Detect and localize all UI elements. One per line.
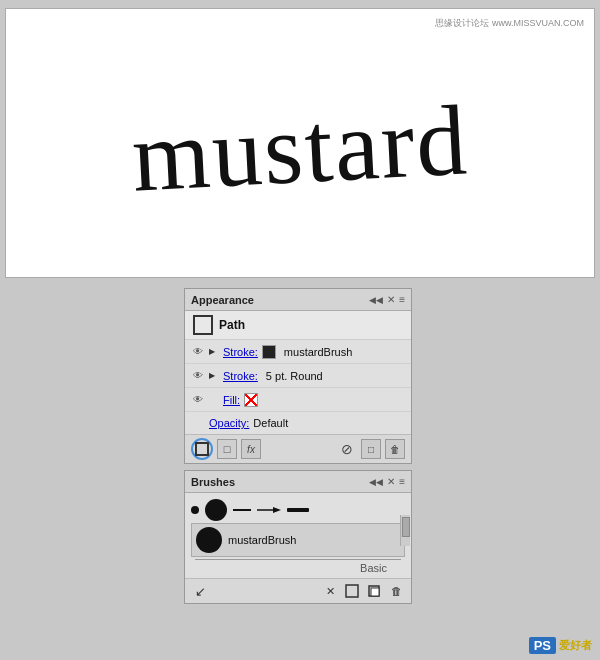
watermark-text: 思缘设计论坛 www.MISSVUAN.COM (435, 17, 584, 30)
brush-preset-rect[interactable] (287, 508, 309, 512)
expand-arrow-1[interactable]: ▶ (209, 347, 219, 357)
mustard-artwork: mustard (129, 82, 471, 214)
fill-swatch (244, 393, 258, 407)
brushes-copy-icon[interactable] (365, 582, 383, 600)
opacity-label[interactable]: Opacity: (209, 417, 249, 429)
panels-container: Appearance ◀◀ ✕ ≡ Path 👁 ▶ Stroke: musta… (0, 288, 600, 604)
appearance-fill-row: 👁 ▶ Fill: (185, 388, 411, 412)
mustard-brush-item[interactable]: mustardBrush (191, 523, 405, 557)
brush-preset-arrow-svg[interactable] (257, 504, 281, 516)
brushes-body: mustardBrush Basic (185, 493, 411, 578)
panel-close-button[interactable]: ✕ (387, 294, 395, 305)
brushes-scrollbar[interactable] (400, 515, 410, 546)
path-icon (193, 315, 213, 335)
duplicate-btn[interactable]: □ (217, 439, 237, 459)
brush-preset-dot-large[interactable] (205, 499, 227, 521)
panel-collapse-arrows[interactable]: ◀◀ (369, 295, 383, 305)
appearance-footer: □ fx ⊘ □ 🗑 (185, 434, 411, 463)
delete-btn[interactable]: 🗑 (385, 439, 405, 459)
appearance-path-row: Path (185, 311, 411, 340)
brushes-divider (195, 559, 401, 560)
panel-header-controls: ◀◀ ✕ ≡ (369, 294, 405, 305)
panel-menu-button[interactable]: ≡ (399, 294, 405, 305)
fx-btn[interactable]: fx (241, 439, 261, 459)
appearance-stroke1-row: 👁 ▶ Stroke: mustardBrush (185, 340, 411, 364)
basic-row: Basic (191, 562, 405, 574)
mustard-brush-preview (196, 527, 222, 553)
brushes-panel: Brushes ◀◀ ✕ ≡ (184, 470, 412, 604)
expand-arrow-2[interactable]: ▶ (209, 371, 219, 381)
mustard-brush-label: mustardBrush (228, 534, 296, 546)
brushes-panel-controls: ◀◀ ✕ ≡ (369, 476, 405, 487)
brushes-title: Brushes (191, 476, 235, 488)
circle-no-btn[interactable]: ⊘ (337, 439, 357, 459)
brush-preset-dot-small[interactable] (191, 506, 199, 514)
stroke1-swatch (262, 345, 276, 359)
brushes-footer: ↙ ✕ 🗑 (185, 578, 411, 603)
appearance-stroke2-row: 👁 ▶ Stroke: 5 pt. Round (185, 364, 411, 388)
opacity-value: Default (253, 417, 288, 429)
ps-logo: PS (529, 637, 556, 654)
square-icon (195, 442, 209, 456)
fill-label[interactable]: Fill: (223, 394, 240, 406)
brushes-new-icon[interactable] (343, 582, 361, 600)
brushes-collapse-arrows[interactable]: ◀◀ (369, 477, 383, 487)
brushes-delete-icon[interactable]: 🗑 (387, 582, 405, 600)
visibility-icon-4[interactable]: 👁 (191, 418, 205, 428)
brush-presets-row1 (191, 497, 405, 523)
appearance-opacity-row: 👁 Opacity: Default (185, 412, 411, 434)
ps-badge: PS 爱好者 (529, 637, 592, 654)
visibility-icon-3[interactable]: 👁 (191, 395, 205, 405)
brushes-close-button[interactable]: ✕ (387, 476, 395, 487)
brush-preset-arrow-container (257, 504, 281, 516)
appearance-panel: Appearance ◀◀ ✕ ≡ Path 👁 ▶ Stroke: musta… (184, 288, 412, 464)
svg-rect-4 (371, 588, 379, 596)
copy-brush-svg (367, 584, 381, 598)
new-art-icon[interactable] (191, 438, 213, 460)
stroke2-label[interactable]: Stroke: (223, 370, 258, 382)
brushes-libraries-icon[interactable]: ↙ (191, 582, 209, 600)
ps-site-label: 爱好者 (559, 638, 592, 653)
visibility-icon-1[interactable]: 👁 (191, 347, 205, 357)
svg-marker-1 (273, 507, 281, 513)
brushes-menu-button[interactable]: ≡ (399, 476, 405, 487)
brushes-remove-icon[interactable]: ✕ (321, 582, 339, 600)
brushes-content-area: mustardBrush Basic (185, 493, 411, 578)
copy-btn[interactable]: □ (361, 439, 381, 459)
canvas-area: 思缘设计论坛 www.MISSVUAN.COM mustard (5, 8, 595, 278)
brush-preset-dash[interactable] (233, 509, 251, 511)
appearance-title: Appearance (191, 294, 254, 306)
stroke1-label[interactable]: Stroke: (223, 346, 258, 358)
brushes-scroll-thumb[interactable] (402, 517, 410, 537)
stroke2-value: 5 pt. Round (266, 370, 323, 382)
basic-label: Basic (360, 562, 391, 574)
path-label: Path (219, 318, 245, 332)
new-brush-svg (345, 584, 359, 598)
visibility-icon-2[interactable]: 👁 (191, 371, 205, 381)
svg-rect-2 (346, 585, 358, 597)
brushes-panel-header: Brushes ◀◀ ✕ ≡ (185, 471, 411, 493)
stroke1-value: mustardBrush (284, 346, 352, 358)
appearance-panel-header: Appearance ◀◀ ✕ ≡ (185, 289, 411, 311)
